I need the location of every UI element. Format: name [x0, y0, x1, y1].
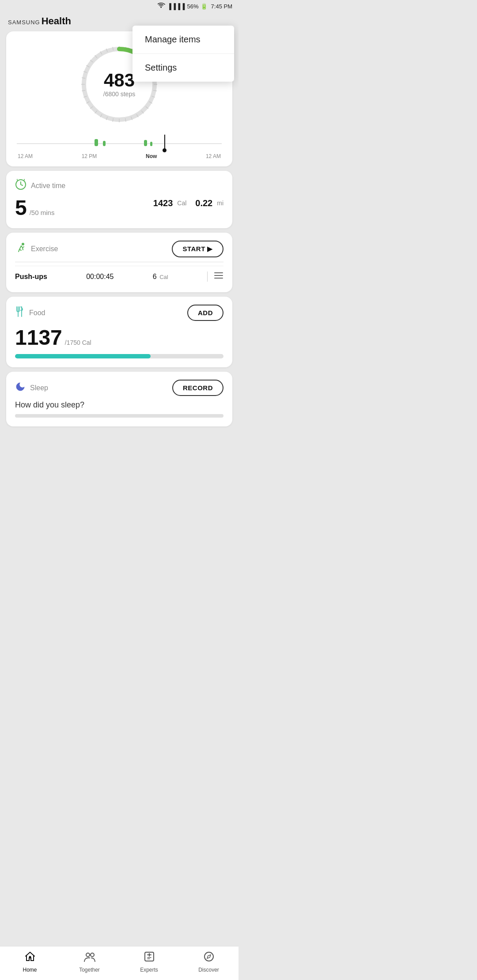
sleep-question: How did you sleep? [15, 400, 223, 410]
steps-timeline: 12 AM 12 PM Now 12 AM [15, 135, 223, 159]
app-logo: SAMSUNG Health [8, 15, 71, 27]
exercise-list-icon[interactable] [207, 271, 223, 282]
exercise-title: Exercise [31, 245, 58, 253]
record-sleep-button[interactable]: RECORD [172, 380, 223, 396]
timeline-end: 12 AM [206, 153, 221, 159]
sleep-progress-bar [15, 414, 223, 418]
sleep-title-row: Sleep [15, 381, 48, 395]
menu-item-manage[interactable]: Manage items [132, 26, 234, 54]
status-bar: ▐▐▐▐ 56% 🔋 7:45 PM [0, 0, 238, 12]
sleep-card: Sleep RECORD How did you sleep? [6, 372, 232, 426]
exercise-time: 00:00:45 [86, 273, 114, 281]
active-value: 5 [15, 197, 27, 219]
food-card: Food ADD 1137 /1750 Cal [6, 297, 232, 367]
add-food-button[interactable]: ADD [187, 305, 223, 321]
food-calories: 1137 [15, 325, 62, 350]
active-main: 5 /50 mins [15, 197, 54, 219]
exercise-header: Exercise START ▶ [15, 241, 223, 257]
food-main: 1137 /1750 Cal [15, 325, 223, 350]
wifi-icon [158, 3, 166, 10]
sleep-title: Sleep [30, 384, 48, 392]
logo-samsung: SAMSUNG [8, 19, 40, 26]
timeline-start: 12 AM [18, 153, 33, 159]
active-bottom-row: 5 /50 mins 1423 Cal 0.22 mi [15, 197, 223, 219]
timeline-mid: 12 PM [82, 153, 97, 159]
active-time-header: Active time [15, 179, 223, 193]
logo-health: Health [42, 15, 71, 27]
active-unit: /50 mins [30, 209, 55, 216]
steps-value: 483 [103, 71, 135, 90]
sleep-header: Sleep RECORD [15, 380, 223, 396]
battery-icon: 🔋 [201, 3, 208, 10]
food-progress-fill [15, 354, 151, 358]
menu-item-settings[interactable]: Settings [132, 54, 234, 82]
time-display: 7:45 PM [211, 3, 232, 10]
dropdown-menu[interactable]: Manage items Settings [132, 26, 234, 82]
steps-goal: /6800 steps [103, 90, 135, 98]
sleep-icon [15, 381, 26, 395]
active-calories-unit: Cal [177, 200, 186, 207]
food-goal: /1750 Cal [65, 339, 91, 346]
exercise-title-row: Exercise [15, 242, 58, 256]
food-header: Food ADD [15, 305, 223, 321]
exercise-name: Push-ups [15, 273, 47, 281]
active-distance: 0.22 [195, 198, 212, 208]
active-distance-unit: mi [217, 200, 223, 207]
food-progress-bar [15, 354, 223, 358]
food-title: Food [29, 309, 45, 317]
active-stats: 1423 Cal 0.22 mi [153, 198, 223, 208]
start-exercise-button[interactable]: START ▶ [172, 241, 223, 257]
status-icons: ▐▐▐▐ 56% 🔋 7:45 PM [158, 3, 232, 10]
active-title-row: Active time [15, 179, 65, 193]
exercise-card: Exercise START ▶ Push-ups 00:00:45 6 Cal [6, 233, 232, 292]
battery-level: 56% [187, 3, 199, 10]
exercise-cal: 6 Cal [153, 273, 168, 281]
exercise-row: Push-ups 00:00:45 6 Cal [15, 266, 223, 283]
active-calories: 1423 [153, 198, 173, 208]
food-icon [15, 306, 25, 320]
steps-center: 483 /6800 steps [103, 71, 135, 98]
active-time-icon [15, 179, 26, 193]
active-time-title: Active time [31, 182, 65, 190]
main-content: 483 /6800 steps 12 AM 12 PM Now 12 AM [0, 31, 238, 471]
signal-icon: ▐▐▐▐ [167, 3, 186, 10]
exercise-icon [15, 242, 26, 256]
timeline-now: Now [146, 153, 157, 159]
food-title-row: Food [15, 306, 45, 320]
svg-point-39 [22, 243, 24, 245]
active-time-card: Active time 5 /50 mins 1423 Cal 0.22 mi [6, 171, 232, 228]
